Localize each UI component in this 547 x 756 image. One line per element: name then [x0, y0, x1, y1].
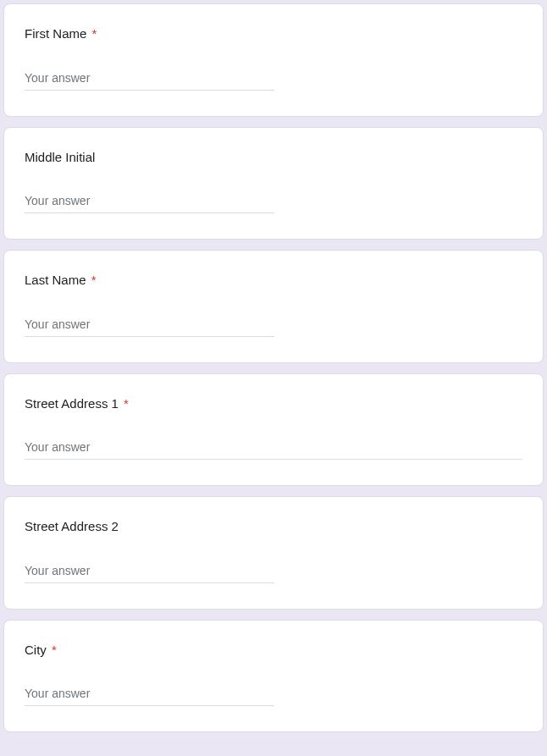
form-question-card: Last Name *	[3, 250, 544, 363]
question-label: Middle Initial	[25, 148, 522, 168]
form-question-card: Street Address 2	[3, 496, 544, 610]
required-indicator: *	[91, 273, 97, 287]
form-question-card: Middle Initial	[3, 127, 544, 240]
form-question-card: City *	[3, 620, 544, 733]
question-text: Middle Initial	[25, 150, 95, 164]
last-name-field[interactable]	[25, 314, 274, 337]
required-indicator: *	[92, 26, 97, 41]
question-label: City *	[25, 641, 522, 660]
required-indicator: *	[124, 396, 129, 411]
question-text: Last Name	[25, 273, 86, 287]
question-label: Last Name *	[25, 271, 522, 290]
city-field[interactable]	[25, 683, 274, 706]
question-label: First Name *	[25, 25, 522, 44]
street-address-1-field[interactable]	[25, 437, 522, 460]
question-label: Street Address 2	[25, 517, 522, 537]
question-label: Street Address 1 *	[25, 395, 522, 414]
middle-initial-field[interactable]	[25, 190, 274, 213]
question-text: City	[25, 643, 47, 657]
question-text: Street Address 2	[25, 519, 119, 533]
question-text: Street Address 1	[25, 396, 119, 411]
question-text: First Name	[25, 26, 86, 41]
street-address-2-field[interactable]	[25, 560, 274, 583]
required-indicator: *	[52, 643, 57, 657]
form-question-card: Street Address 1 *	[3, 373, 544, 487]
first-name-field[interactable]	[25, 68, 274, 91]
form-question-card: First Name *	[3, 3, 544, 117]
